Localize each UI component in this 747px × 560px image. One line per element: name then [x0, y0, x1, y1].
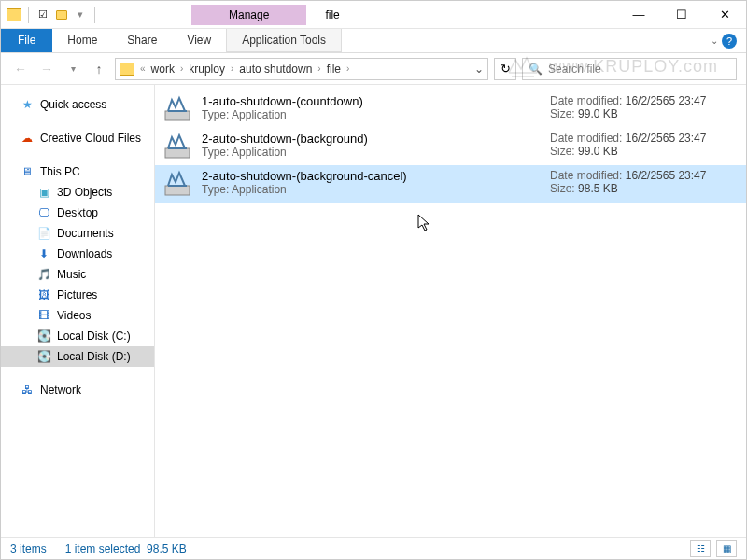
file-type-label: Type: [202, 146, 229, 159]
nav-recent-dropdown[interactable]: ▾ [63, 59, 83, 79]
desktop-icon: 🖵 [36, 205, 51, 220]
breadcrumb-item[interactable]: kruploy [189, 63, 225, 76]
pictures-icon: 🖼 [36, 287, 51, 302]
search-icon: 🔍 [529, 63, 543, 76]
file-name: 2-auto-shutdown-(background-cancel) [202, 169, 541, 183]
file-date-value: 16/2/2565 23:47 [626, 94, 707, 107]
address-bar: ← → ▾ ↑ « work › kruploy › auto shutdown… [1, 53, 746, 85]
file-size-label: Size: [550, 182, 575, 195]
file-type-value: Application [232, 183, 287, 196]
breadcrumb-dropdown-icon[interactable]: ⌄ [474, 63, 484, 76]
sidebar-quick-access[interactable]: ★ Quick access [1, 94, 154, 115]
file-name: 2-auto-shutdown-(background) [202, 132, 541, 146]
search-input[interactable]: 🔍 Search file [522, 58, 737, 80]
application-icon [162, 169, 192, 199]
breadcrumb-prefix: « [140, 63, 146, 74]
svg-rect-2 [165, 186, 190, 195]
tab-home[interactable]: Home [52, 29, 112, 52]
breadcrumb-item[interactable]: auto shutdown [239, 63, 312, 76]
qat-dropdown-icon[interactable]: ▾ [73, 7, 88, 22]
document-icon: 📄 [36, 226, 51, 241]
svg-rect-0 [165, 111, 190, 120]
file-size-value: 99.0 KB [578, 107, 618, 120]
file-row[interactable]: 2-auto-shutdown-(background-cancel)Type:… [155, 165, 746, 203]
status-size: 98.5 KB [147, 542, 187, 555]
file-size-value: 99.0 KB [578, 145, 618, 158]
close-button[interactable]: ✕ [703, 1, 746, 29]
file-date-value: 16/2/2565 23:47 [626, 132, 707, 145]
file-size-value: 98.5 KB [578, 182, 618, 195]
sidebar-music[interactable]: 🎵Music [1, 264, 154, 285]
status-bar: 3 items 1 item selected 98.5 KB ☷ ▦ [1, 537, 746, 559]
file-size-label: Size: [550, 107, 575, 120]
window-title: file [325, 8, 339, 21]
folder-small-icon [54, 7, 69, 22]
sidebar-network[interactable]: 🖧 Network [1, 380, 154, 400]
view-icons-button[interactable]: ▦ [716, 540, 737, 557]
file-date-label: Date modified: [550, 169, 622, 182]
music-icon: 🎵 [36, 267, 51, 282]
breadcrumb-folder-icon [120, 63, 134, 76]
qat-checkbox-icon[interactable]: ☑ [35, 7, 50, 22]
maximize-button[interactable]: ☐ [660, 1, 703, 29]
help-icon[interactable]: ? [722, 34, 737, 49]
file-date-label: Date modified: [550, 132, 622, 145]
sidebar-desktop[interactable]: 🖵Desktop [1, 203, 154, 223]
tab-view[interactable]: View [172, 29, 226, 52]
file-row[interactable]: 2-auto-shutdown-(background)Type: Applic… [155, 128, 746, 165]
view-details-button[interactable]: ☷ [690, 540, 711, 557]
ribbon-expand-icon[interactable]: ⌄? [711, 29, 737, 52]
refresh-button[interactable]: ↻ [494, 58, 516, 80]
tab-share[interactable]: Share [112, 29, 172, 52]
ribbon-tabs: File Home Share View Application Tools ⌄… [1, 29, 746, 53]
breadcrumb[interactable]: « work › kruploy › auto shutdown › file … [115, 58, 488, 80]
file-name: 1-auto-shutdown-(countdown) [202, 94, 541, 108]
nav-forward-button[interactable]: → [36, 59, 57, 79]
status-selection: 1 item selected [65, 542, 141, 555]
file-type-value: Application [232, 146, 287, 159]
search-placeholder: Search file [548, 63, 601, 76]
star-icon: ★ [20, 97, 35, 112]
application-icon [162, 132, 192, 161]
sidebar-downloads[interactable]: ⬇Downloads [1, 244, 154, 264]
sidebar-3d-objects[interactable]: ▣3D Objects [1, 182, 154, 203]
contextual-tab-manage[interactable]: Manage [191, 5, 306, 25]
video-icon: 🎞 [36, 308, 51, 323]
sidebar-pictures[interactable]: 🖼Pictures [1, 285, 154, 305]
svg-rect-1 [165, 148, 190, 158]
sidebar-videos[interactable]: 🎞Videos [1, 305, 154, 326]
file-type-label: Type: [202, 108, 229, 121]
file-row[interactable]: 1-auto-shutdown-(countdown)Type: Applica… [155, 91, 746, 128]
file-date-label: Date modified: [550, 94, 622, 107]
creative-cloud-icon: ☁ [20, 131, 35, 146]
disk-icon: 💽 [36, 349, 51, 364]
sidebar-disk-c[interactable]: 💽Local Disk (C:) [1, 326, 154, 346]
breadcrumb-item[interactable]: file [327, 63, 341, 76]
sidebar-disk-d[interactable]: 💽Local Disk (D:) [1, 346, 154, 367]
file-size-label: Size: [550, 145, 575, 158]
sidebar-creative-cloud[interactable]: ☁ Creative Cloud Files [1, 128, 154, 148]
sidebar: ★ Quick access ☁ Creative Cloud Files 🖥 … [1, 85, 155, 537]
file-type-label: Type: [202, 183, 229, 196]
download-icon: ⬇ [36, 246, 51, 261]
tab-application-tools[interactable]: Application Tools [226, 29, 342, 52]
file-date-value: 16/2/2565 23:47 [626, 169, 707, 182]
file-list: 1-auto-shutdown-(countdown)Type: Applica… [155, 85, 746, 537]
nav-up-button[interactable]: ↑ [89, 59, 109, 79]
breadcrumb-item[interactable]: work [151, 63, 175, 76]
status-item-count: 3 items [10, 542, 47, 555]
file-type-value: Application [232, 108, 287, 121]
tab-file[interactable]: File [1, 29, 52, 52]
sidebar-this-pc[interactable]: 🖥 This PC [1, 161, 154, 182]
pc-icon: 🖥 [20, 164, 35, 179]
folder-icon [7, 7, 21, 22]
sidebar-documents[interactable]: 📄Documents [1, 223, 154, 244]
nav-back-button[interactable]: ← [10, 59, 31, 79]
cube-icon: ▣ [36, 185, 51, 200]
minimize-button[interactable]: — [617, 1, 660, 29]
network-icon: 🖧 [20, 383, 35, 398]
disk-icon: 💽 [36, 329, 51, 343]
titlebar: ☑ ▾ Manage file — ☐ ✕ [1, 1, 746, 29]
application-icon [162, 94, 192, 124]
